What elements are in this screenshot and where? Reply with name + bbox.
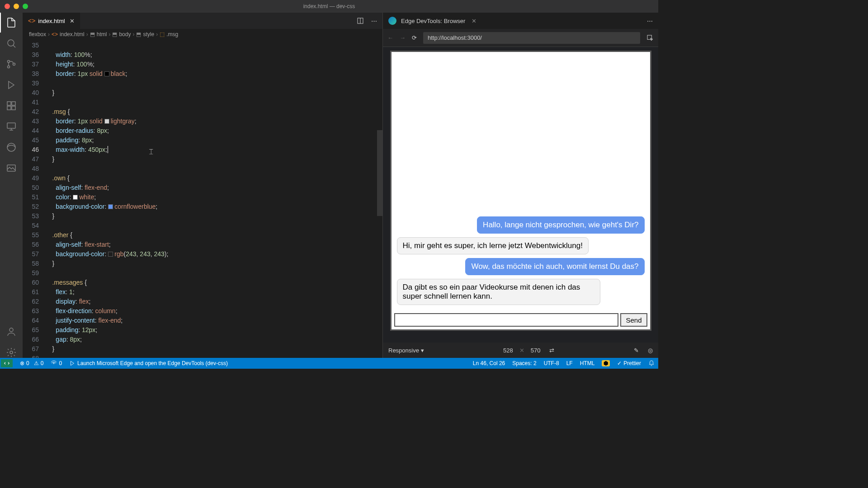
svg-rect-7 — [12, 106, 15, 110]
chat-message: Hi, mir geht es super, ich lerne jetzt W… — [397, 237, 589, 254]
code-editor[interactable]: 3536373839404142434445464748495051525354… — [23, 40, 382, 358]
target-icon[interactable]: ◎ — [648, 347, 653, 354]
encoding[interactable]: UTF-8 — [544, 360, 559, 366]
svg-rect-5 — [12, 102, 15, 105]
problems[interactable]: ⊗0 ⚠0 — [20, 360, 43, 366]
language-mode[interactable]: HTML — [580, 360, 595, 366]
settings-icon[interactable] — [6, 347, 17, 358]
svg-point-11 — [9, 328, 13, 332]
edge-tools-icon[interactable] — [6, 142, 17, 153]
svg-point-0 — [8, 40, 14, 46]
source-control-icon[interactable] — [6, 59, 17, 70]
url-input[interactable] — [423, 32, 640, 44]
html-file-icon: <> — [28, 17, 35, 24]
crumb[interactable]: index.html — [60, 31, 85, 38]
chat-message: Da gibt es so ein paar Videokurse mit de… — [397, 279, 600, 305]
status-bar: ⊗0 ⚠0 0 Launch Microsoft Edge and open t… — [0, 358, 658, 369]
svg-rect-14 — [647, 35, 651, 39]
viewport-width[interactable]: 528 — [503, 347, 513, 354]
crumb[interactable]: flexbox — [29, 31, 46, 38]
zoom-window[interactable] — [23, 4, 28, 9]
crumb[interactable]: style — [143, 31, 154, 38]
svg-point-1 — [8, 61, 10, 63]
close-tab-icon[interactable]: ✕ — [70, 18, 75, 24]
chat-message: Hallo, lange nicht gesprochen, wie geht'… — [477, 216, 644, 234]
tab-index-html[interactable]: <> index.html ✕ — [23, 13, 80, 29]
activity-bar — [0, 13, 23, 358]
crumb[interactable]: body — [119, 31, 131, 38]
svg-rect-8 — [7, 123, 15, 128]
edge-icon — [388, 17, 396, 25]
viewport-height[interactable]: 570 — [531, 347, 541, 354]
responsive-selector[interactable]: Responsive ▾ — [388, 347, 424, 354]
devtools-more-icon[interactable]: ⋯ — [647, 18, 653, 24]
traffic-lights — [5, 4, 28, 9]
gallery-icon[interactable] — [6, 163, 17, 174]
ports[interactable]: 0 — [51, 360, 62, 366]
more-actions-icon[interactable]: ⋯ — [371, 18, 377, 24]
indentation[interactable]: Spaces: 2 — [512, 360, 536, 366]
search-icon[interactable] — [6, 38, 17, 49]
crumb[interactable]: html — [97, 31, 107, 38]
run-debug-icon[interactable] — [6, 80, 17, 90]
device-preview: Hallo, lange nicht gesprochen, wie geht'… — [390, 51, 651, 331]
minimap[interactable] — [377, 40, 382, 358]
tab-label: index.html — [38, 18, 65, 24]
inspect-icon[interactable] — [646, 34, 654, 42]
reload-icon[interactable]: ⟳ — [412, 34, 417, 41]
remote-indicator[interactable] — [1, 359, 13, 367]
minimize-window[interactable] — [14, 4, 19, 9]
extensions-icon[interactable] — [6, 100, 17, 111]
message-input[interactable] — [394, 313, 619, 327]
crumb[interactable]: .msg — [166, 31, 178, 38]
back-icon[interactable]: ← — [387, 34, 393, 41]
svg-rect-4 — [7, 102, 11, 105]
svg-point-3 — [13, 63, 15, 66]
devtools-panel: Edge DevTools: Browser ✕ ⋯ ← → ⟳ Hallo, … — [382, 13, 658, 358]
editor-tabs: <> index.html ✕ ⋯ — [23, 13, 382, 29]
html-file-icon: <> — [52, 31, 58, 38]
svg-point-12 — [10, 351, 13, 354]
forward-icon[interactable]: → — [400, 34, 406, 41]
rotate-icon[interactable]: ⇄ — [549, 347, 554, 354]
cursor-position[interactable]: Ln 46, Col 26 — [473, 360, 505, 366]
window-title: index.html — dev-css — [303, 3, 355, 9]
notifications-icon[interactable] — [648, 360, 655, 366]
prettier-status[interactable]: ✓ Prettier — [617, 360, 641, 366]
activity-indicator — [0, 13, 1, 33]
close-devtools-icon[interactable]: ✕ — [472, 18, 476, 24]
breadcrumbs[interactable]: flexbox › <> index.html › ⬒ html › ⬒ bod… — [23, 29, 382, 40]
eol[interactable]: LF — [566, 360, 573, 366]
edit-icon[interactable]: ✎ — [634, 347, 639, 354]
extension-badge[interactable]: ⬢ — [602, 360, 610, 366]
devtools-title: Edge DevTools: Browser — [401, 18, 465, 24]
svg-point-15 — [53, 363, 54, 364]
split-editor-icon[interactable] — [357, 17, 364, 24]
launch-edge-text[interactable]: Launch Microsoft Edge and open the Edge … — [69, 360, 228, 366]
svg-point-9 — [7, 143, 15, 151]
send-button[interactable]: Send — [620, 313, 647, 327]
remote-icon[interactable] — [6, 121, 17, 132]
account-icon[interactable] — [6, 326, 17, 337]
explorer-icon[interactable] — [6, 17, 17, 28]
close-window[interactable] — [5, 4, 10, 9]
svg-point-2 — [8, 66, 10, 68]
titlebar: index.html — dev-css — [0, 0, 658, 13]
chat-message: Wow, das möchte ich auch, womit lernst D… — [465, 258, 644, 275]
svg-rect-6 — [7, 106, 11, 110]
